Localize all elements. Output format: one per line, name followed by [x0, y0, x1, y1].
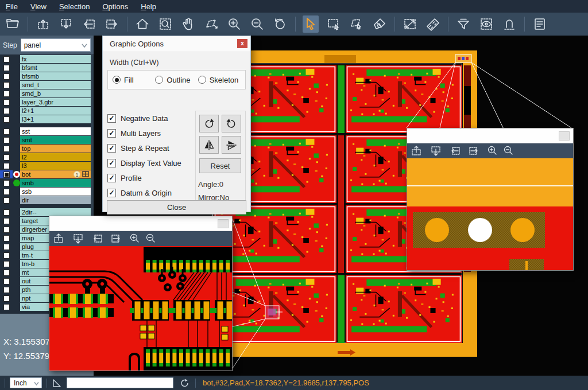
layer-visibility-checkbox[interactable] — [0, 170, 13, 178]
layer-row[interactable]: l2 — [0, 153, 91, 161]
layer-visibility-checkbox[interactable] — [0, 286, 13, 294]
layer-visibility-checkbox[interactable] — [0, 303, 13, 311]
layer-visibility-checkbox[interactable] — [0, 234, 13, 242]
layer-visibility-checkbox[interactable] — [0, 277, 13, 285]
layer-row[interactable]: l3+1 — [0, 115, 91, 123]
close-button[interactable]: Close — [107, 200, 246, 214]
layer-row[interactable]: bfsmb — [0, 72, 91, 80]
rotate-cw-button[interactable] — [199, 115, 219, 132]
layer-visibility-checkbox[interactable] — [0, 208, 13, 216]
checkbox-datum-origin[interactable]: Datum & Origin — [107, 185, 204, 200]
move-right-icon[interactable] — [104, 15, 120, 33]
angle-corner-icon[interactable] — [52, 378, 62, 388]
dialog-title-bar[interactable]: Graphic Options x — [103, 36, 250, 52]
measure-ruler-icon[interactable] — [425, 15, 441, 33]
menu-view[interactable]: View — [30, 2, 47, 11]
report-list-icon[interactable] — [532, 15, 548, 33]
open-folder-icon[interactable] — [5, 15, 21, 33]
zoom-polygon-icon[interactable] — [203, 15, 219, 33]
layer-visibility-checkbox[interactable] — [0, 251, 13, 259]
command-input[interactable] — [67, 377, 173, 388]
zoom-previous-icon[interactable] — [272, 15, 288, 33]
graphic-options-dialog[interactable]: Graphic Options x Width (Ctrl+W) Fill Ou… — [102, 36, 251, 212]
layer-visibility-checkbox[interactable] — [0, 64, 13, 72]
checkbox-display-text-value[interactable]: Display Text Value — [107, 155, 204, 170]
home-view-icon[interactable] — [134, 15, 150, 33]
rotate-ccw-button[interactable] — [222, 115, 241, 132]
select-cursor-icon[interactable] — [303, 15, 319, 33]
layer-row[interactable]: smt — [0, 136, 91, 144]
layer-visibility-checkbox[interactable] — [0, 81, 13, 89]
flip-horizontal-button[interactable] — [199, 136, 219, 154]
layer-row[interactable]: bfsmt — [0, 64, 91, 72]
layer-visibility-checkbox[interactable] — [0, 294, 13, 302]
layer-visibility-checkbox[interactable] — [0, 72, 13, 80]
dialog-close-button[interactable]: x — [237, 39, 247, 48]
checkbox-profile[interactable]: Profile — [107, 170, 204, 185]
radio-fill[interactable]: Fill — [113, 76, 155, 84]
layer-row[interactable]: l3 — [0, 162, 91, 170]
clean-brush-icon[interactable] — [372, 15, 388, 33]
layer-row[interactable]: sst — [0, 127, 91, 135]
checkbox-negative-data[interactable]: Negative Data — [107, 111, 204, 126]
popup-pcb-view[interactable] — [49, 246, 232, 370]
zoom-out-icon[interactable] — [249, 15, 265, 33]
layer-visibility-checkbox[interactable] — [0, 188, 13, 196]
layer-visibility-checkbox[interactable] — [0, 196, 13, 204]
zoom-popup-bottom-left[interactable] — [49, 216, 233, 371]
popup-title-bar[interactable] — [407, 128, 573, 143]
menu-selection[interactable]: Selection — [59, 2, 90, 11]
measure-diagonal-icon[interactable] — [402, 15, 418, 33]
checkbox-step-repeat[interactable]: Step & Repeat — [107, 141, 204, 155]
layer-visibility-checkbox[interactable] — [0, 225, 13, 233]
menu-file[interactable]: File — [6, 2, 18, 11]
layer-visibility-checkbox[interactable] — [0, 217, 13, 225]
layer-row[interactable]: smd_t — [0, 81, 91, 89]
step-repeat-grid-icon[interactable] — [82, 171, 90, 178]
layer-row-smb[interactable]: smb — [0, 179, 91, 187]
view-objects-icon[interactable] — [478, 15, 494, 33]
layer-row[interactable]: layer_3.gbr — [0, 98, 91, 106]
layer-visibility-checkbox[interactable] — [0, 268, 13, 276]
step-dropdown[interactable]: panel — [21, 38, 91, 52]
refresh-icon[interactable] — [179, 377, 191, 389]
layer-visibility-checkbox[interactable] — [0, 145, 13, 153]
layer-visibility-checkbox[interactable] — [0, 55, 13, 63]
select-rectangle-icon[interactable] — [326, 15, 342, 33]
layer-row[interactable]: top — [0, 145, 91, 153]
layer-row[interactable]: fx — [0, 55, 91, 63]
menu-options[interactable]: Options — [102, 2, 128, 11]
reset-button[interactable]: Reset — [199, 158, 241, 173]
zoom-in-icon[interactable] — [226, 15, 242, 33]
popup-pcb-view[interactable] — [407, 158, 573, 270]
zoom-popup-right[interactable] — [407, 128, 574, 271]
layer-visibility-checkbox[interactable] — [0, 153, 13, 161]
layer-visibility-checkbox[interactable] — [0, 179, 13, 187]
unit-dropdown[interactable]: Inch — [10, 377, 42, 388]
layer-row-bot-active[interactable]: bot 1 — [0, 170, 91, 178]
layer-row[interactable]: 2dir-- — [0, 208, 91, 216]
filter-icon[interactable] — [455, 15, 471, 33]
layer-visibility-checkbox[interactable] — [0, 260, 13, 268]
layer-visibility-checkbox[interactable] — [0, 107, 13, 115]
zoom-window-icon[interactable] — [157, 15, 173, 33]
layer-visibility-checkbox[interactable] — [0, 243, 13, 251]
popup-window-button[interactable] — [218, 219, 229, 228]
layer-row[interactable]: smd_b — [0, 89, 91, 98]
layer-row[interactable]: l2+1 — [0, 107, 91, 115]
pan-hand-icon[interactable] — [180, 15, 196, 33]
move-down-icon[interactable] — [58, 15, 74, 33]
radio-skeleton[interactable]: Skeleton — [198, 76, 241, 84]
move-left-icon[interactable] — [81, 15, 97, 33]
menu-help[interactable]: Help — [141, 2, 156, 11]
layer-visibility-checkbox[interactable] — [0, 127, 13, 135]
layer-visibility-checkbox[interactable] — [0, 162, 13, 170]
select-polygon-icon[interactable] — [349, 15, 365, 33]
snap-magnet-icon[interactable] — [501, 15, 517, 33]
layer-visibility-checkbox[interactable] — [0, 136, 13, 144]
move-up-icon[interactable] — [35, 15, 51, 33]
layer-visibility-checkbox[interactable] — [0, 98, 13, 106]
flip-vertical-button[interactable] — [222, 136, 241, 154]
layer-row[interactable]: ssb — [0, 188, 91, 196]
checkbox-multi-layers[interactable]: Multi Layers — [107, 126, 204, 141]
